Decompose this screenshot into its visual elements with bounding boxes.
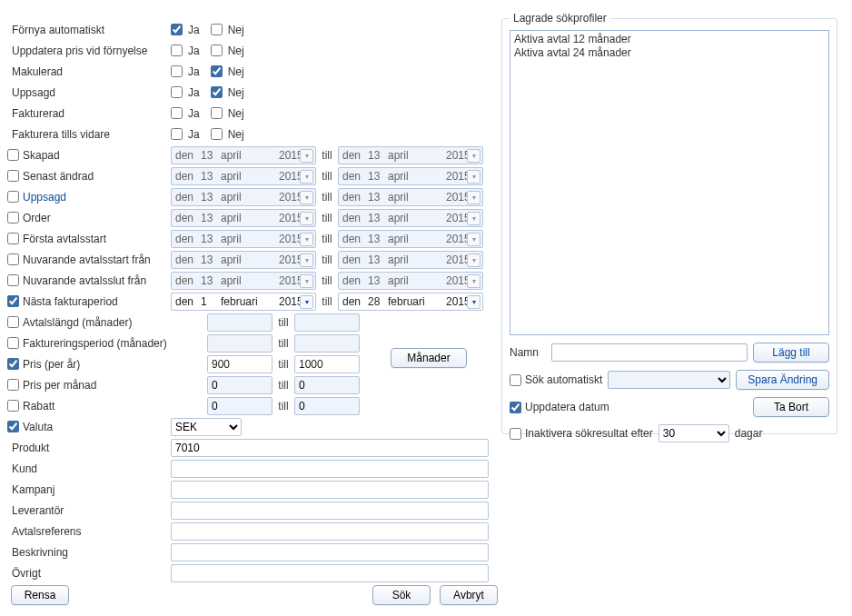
calendar-icon[interactable]: ▾ [467,170,480,184]
calendar-icon[interactable]: ▾ [300,233,313,246]
num-pris_ar-checkbox[interactable] [7,358,19,370]
calendar-icon[interactable]: ▾ [300,274,313,288]
clear-button[interactable]: Rensa [11,585,69,605]
profiles-legend: Lagrade sökprofiler [510,12,610,25]
txt-beskrivning-input[interactable] [171,543,489,561]
txt-kampanj-input[interactable] [171,481,489,499]
date-order-checkbox[interactable] [7,212,19,224]
calendar-icon[interactable]: ▾ [467,191,480,204]
date-cur_start-to[interactable]: den13april2015 ▾ [338,251,483,269]
txt-avtalsref-input[interactable] [171,522,489,541]
txt-kund-input[interactable] [171,460,489,478]
num-pris_man-checkbox[interactable] [7,379,19,391]
search-auto-select[interactable] [608,371,730,389]
calendar-icon[interactable]: ▾ [467,149,480,163]
months-button[interactable]: Månader [391,348,467,368]
calendar-icon[interactable]: ▾ [300,191,313,204]
invoiced-no-checkbox[interactable] [211,107,223,119]
date-next_inv-from[interactable]: den1februari2015 ▾ [171,293,316,311]
auto-renew-yes-checkbox[interactable] [171,24,183,35]
date-first_start-checkbox[interactable] [7,233,19,244]
num-avtalslangd-from[interactable] [207,313,272,332]
save-profile-button[interactable]: Spara Ändring [736,370,829,390]
num-rabatt-from[interactable] [207,397,272,415]
invoice-until-yes-checkbox[interactable] [171,128,183,140]
search-button[interactable]: Sök [372,585,431,605]
num-avtalslangd-to[interactable] [294,313,360,332]
date-next_inv-checkbox[interactable] [7,295,19,307]
date-next_inv-to[interactable]: den28februari2015 ▾ [338,293,483,311]
inactivate-days-select[interactable]: 30 [659,424,729,442]
profile-name-input[interactable] [551,343,748,362]
date-terminated_date-from[interactable]: den13april2015 ▾ [171,188,316,206]
txt-produkt-label: Produkt [7,442,49,454]
calendar-icon[interactable]: ▾ [467,233,480,246]
cancelled-no-checkbox[interactable] [211,65,223,77]
date-first_start-to[interactable]: den13april2015 ▾ [338,230,483,248]
delete-profile-button[interactable]: Ta Bort [753,397,829,417]
date-cur_start-checkbox[interactable] [7,253,19,265]
date-cur_start-from[interactable]: den13april2015 ▾ [171,251,316,269]
date-order-from[interactable]: den13april2015 ▾ [171,209,316,227]
date-created-checkbox[interactable] [7,149,19,161]
till-label: till [272,358,294,371]
till-label: till [316,295,338,308]
calendar-icon[interactable]: ▾ [300,212,313,225]
num-avtalslangd-checkbox[interactable] [7,316,19,328]
num-pris_ar-from[interactable] [207,355,272,373]
calendar-icon[interactable]: ▾ [300,149,313,163]
calendar-icon[interactable]: ▾ [300,295,313,309]
date-cur_end-from[interactable]: den13april2015 ▾ [171,272,316,290]
profiles-listbox[interactable]: Aktiva avtal 12 månader Aktiva avtal 24 … [510,30,829,335]
date-created-from[interactable]: den13april2015 ▾ [171,146,316,164]
num-rabatt-checkbox[interactable] [7,400,19,412]
calendar-icon[interactable]: ▾ [300,170,313,184]
txt-leverantor-input[interactable] [171,502,489,520]
date-cur_end-to[interactable]: den13april2015 ▾ [338,272,483,290]
num-rabatt-to[interactable] [294,397,360,415]
update-date-checkbox[interactable] [510,402,521,413]
add-profile-button[interactable]: Lägg till [753,343,829,363]
date-modified-from[interactable]: den13april2015 ▾ [171,167,316,185]
profile-item[interactable]: Aktiva avtal 12 månader [512,33,827,46]
txt-produkt-input[interactable] [171,439,489,457]
num-faktperiod-checkbox[interactable] [7,337,19,349]
date-terminated_date-label: Uppsagd [23,191,66,204]
auto-renew-no-checkbox[interactable] [211,24,223,35]
update-price-yes-checkbox[interactable] [171,45,183,56]
inactivate-checkbox[interactable] [510,428,521,440]
valuta-select[interactable]: SEK [171,418,242,436]
valuta-checkbox[interactable] [7,421,19,432]
terminated-no-checkbox[interactable] [211,86,223,98]
invoiced-yes-checkbox[interactable] [171,107,183,119]
date-first_start-from[interactable]: den13april2015 ▾ [171,230,316,248]
profile-item[interactable]: Aktiva avtal 24 månader [512,46,827,60]
cancelled-yes-checkbox[interactable] [171,65,183,77]
calendar-icon[interactable]: ▾ [300,253,313,267]
date-first_start-label: Första avtalsstart [23,233,106,245]
till-label: till [272,400,294,412]
num-pris_man-to[interactable] [294,376,360,394]
date-created-to[interactable]: den13april2015 ▾ [338,146,483,164]
num-faktperiod-to[interactable] [294,334,360,353]
txt-ovrigt-input[interactable] [171,564,489,582]
date-terminated_date-checkbox[interactable] [7,191,19,203]
cancel-button[interactable]: Avbryt [440,585,498,605]
terminated-yes-checkbox[interactable] [171,86,183,98]
calendar-icon[interactable]: ▾ [467,274,480,288]
num-pris_ar-to[interactable] [294,355,360,373]
date-modified-checkbox[interactable] [7,170,19,182]
date-order-to[interactable]: den13april2015 ▾ [338,209,483,227]
calendar-icon[interactable]: ▾ [467,212,480,225]
calendar-icon[interactable]: ▾ [467,295,480,309]
date-cur_end-checkbox[interactable] [7,274,19,286]
auto-renew-yes-label: Ja [188,24,200,36]
num-pris_man-from[interactable] [207,376,272,394]
num-faktperiod-from[interactable] [207,334,272,353]
date-terminated_date-to[interactable]: den13april2015 ▾ [338,188,483,206]
search-auto-checkbox[interactable] [510,374,521,386]
invoice-until-no-checkbox[interactable] [211,128,223,140]
date-modified-to[interactable]: den13april2015 ▾ [338,167,483,185]
calendar-icon[interactable]: ▾ [467,253,480,267]
update-price-no-checkbox[interactable] [211,45,223,56]
